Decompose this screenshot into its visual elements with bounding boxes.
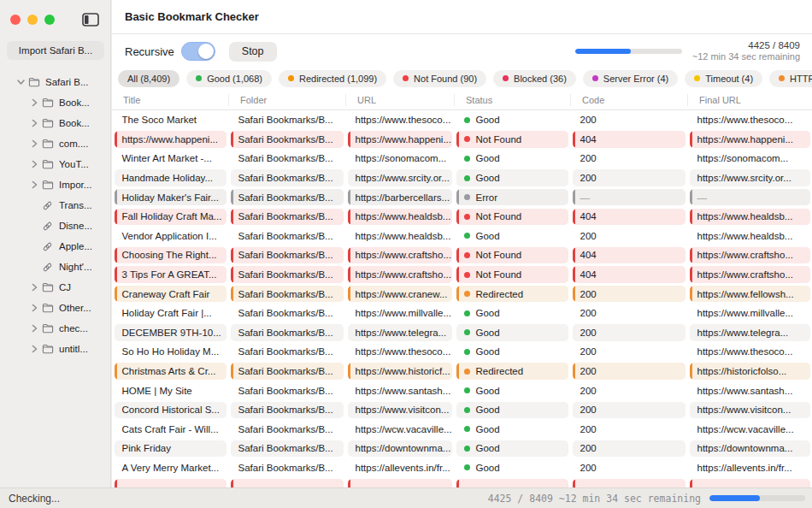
cell-title: A Very Merry Market...	[115, 459, 227, 476]
cell-status: Good	[456, 305, 568, 322]
sidebar-item-folder[interactable]: Safari B...	[0, 72, 110, 92]
table-row[interactable]: A Very Merry Market...Safari Bookmarks/B…	[112, 458, 812, 478]
sidebar-item-folder[interactable]: chec...	[0, 318, 110, 339]
chevron-icon[interactable]	[29, 303, 40, 314]
sidebar-item-link[interactable]: Apple...	[0, 236, 110, 257]
sidebar-item-label: untitl...	[59, 344, 88, 354]
table-row[interactable]: Choosing The Right...Safari Bookmarks/B.…	[112, 245, 812, 265]
cell-final-url: https://www.happeni...	[690, 131, 810, 147]
chevron-icon[interactable]	[29, 97, 40, 109]
filter-chip[interactable]: Not Found (90)	[393, 70, 486, 87]
sidebar-item-folder[interactable]: Other...	[0, 298, 110, 318]
status-dot-icon	[779, 75, 785, 81]
column-header-code[interactable]: Code	[570, 94, 687, 106]
table-row[interactable]: Winter Art Market -...Safari Bookmarks/B…	[112, 149, 812, 168]
status-label: Not Found	[476, 211, 522, 222]
filter-chip[interactable]: All (8,409)	[118, 70, 179, 87]
cell-folder: Safari Bookmarks/B...	[231, 266, 344, 282]
folder-icon	[42, 139, 55, 150]
sidebar-item-link[interactable]: Night'...	[0, 257, 110, 277]
filter-chip[interactable]: Timeout (4)	[685, 70, 762, 87]
toggle-sidebar-icon[interactable]	[81, 12, 100, 27]
cell-final-url: https://www.telegra...	[690, 324, 810, 340]
table-row[interactable]: Vendor Application I...Safari Bookmarks/…	[112, 227, 812, 246]
filter-chip-label: HTTP Only (1,469)	[790, 74, 812, 84]
cell-status: Good	[456, 402, 568, 418]
folder-icon	[42, 180, 55, 191]
chevron-icon[interactable]	[15, 77, 26, 88]
filter-chip-label: Blocked (36)	[514, 74, 567, 84]
sidebar-item-link[interactable]: Trans...	[0, 195, 110, 216]
status-label: Good	[476, 173, 500, 183]
filter-chip-label: Timeout (4)	[705, 74, 753, 84]
sidebar-item-folder[interactable]: CJ	[0, 277, 110, 298]
cell-url: https://www.historicf...	[348, 363, 452, 379]
status-dot-icon	[464, 214, 470, 220]
column-header-final-url[interactable]: Final URL	[687, 94, 812, 106]
cell-status: Not Found	[456, 209, 568, 225]
column-header-title[interactable]: Title	[112, 94, 228, 106]
column-header-folder[interactable]: Folder	[228, 94, 345, 106]
table-row[interactable]: Cats Craft Fair - Will...Safari Bookmark…	[112, 420, 812, 440]
table-row[interactable]: DECEMBER 9TH-10...Safari Bookmarks/B...h…	[112, 323, 812, 343]
chevron-icon[interactable]	[29, 344, 40, 355]
table-row[interactable]: So Ho Ho Holiday M...Safari Bookmarks/B.…	[112, 342, 812, 362]
table-row[interactable]: 3 Tips For A GREAT...Safari Bookmarks/B.…	[112, 265, 812, 285]
progress-fraction: 4425 / 8409	[692, 39, 800, 51]
filter-chip[interactable]: Server Error (4)	[583, 70, 678, 87]
cell-final-url: https://www.visitcon...	[690, 402, 810, 418]
sidebar-item-folder[interactable]: untitl...	[0, 339, 110, 359]
chevron-icon[interactable]	[29, 323, 40, 334]
table-row[interactable]: Concord Historical S...Safari Bookmarks/…	[112, 400, 812, 420]
sidebar-item-folder[interactable]: YouT...	[0, 154, 110, 174]
status-label: Good	[476, 328, 500, 338]
column-header-url[interactable]: URL	[345, 94, 454, 106]
table-row[interactable]: Pink FridaySafari Bookmarks/B...https://…	[112, 439, 812, 458]
table-row[interactable]: Holiday Craft Fair |...Safari Bookmarks/…	[112, 304, 812, 323]
chevron-icon[interactable]	[29, 180, 40, 191]
chevron-icon[interactable]	[29, 282, 40, 293]
zoom-window-button[interactable]	[44, 15, 55, 25]
table-body: The Soco MarketSafari Bookmarks/B...http…	[112, 110, 812, 493]
close-window-button[interactable]	[10, 15, 21, 25]
sidebar-item-label: Impor...	[59, 180, 91, 190]
sidebar-item-folder[interactable]: Book...	[0, 113, 110, 133]
column-header-status[interactable]: Status	[454, 94, 570, 106]
minimize-window-button[interactable]	[27, 15, 38, 25]
link-icon	[42, 262, 55, 273]
sidebar-item-folder[interactable]: Impor...	[0, 174, 110, 195]
table-row[interactable]: HOME | My SiteSafari Bookmarks/B...https…	[112, 381, 812, 400]
sidebar-item-link[interactable]: Disne...	[0, 216, 110, 236]
chevron-icon[interactable]	[29, 118, 40, 129]
chevron-icon[interactable]	[29, 139, 40, 150]
table-row[interactable]: Holiday Maker's Fair...Safari Bookmarks/…	[112, 187, 812, 207]
table-row[interactable]: Christmas Arts & Cr...Safari Bookmarks/B…	[112, 362, 812, 381]
status-label: Not Found	[476, 134, 522, 145]
chevron-spacer	[29, 262, 40, 273]
table-row[interactable]: https://www.happeni...Safari Bookmarks/B…	[112, 130, 812, 150]
window-title: Basic Bookmark Checker	[125, 10, 259, 23]
sidebar-item-folder[interactable]: Book...	[0, 92, 110, 113]
toolbar-progress-text: 4425 / 8409 ~12 min 34 sec remaining	[692, 39, 800, 63]
sidebar-item-folder[interactable]: com....	[0, 133, 110, 154]
chevron-icon[interactable]	[29, 159, 40, 170]
table-row[interactable]: Craneway Craft FairSafari Bookmarks/B...…	[112, 284, 812, 304]
filter-chip-label: All (8,409)	[127, 74, 170, 84]
cell-status: Good	[456, 227, 568, 244]
filter-chip[interactable]: HTTP Only (1,469)	[769, 70, 812, 87]
chevron-spacer	[29, 241, 40, 252]
filter-chip[interactable]: Good (1,068)	[186, 70, 272, 87]
table-row[interactable]: Handmade Holiday...Safari Bookmarks/B...…	[112, 168, 812, 188]
import-safari-bookmarks-button[interactable]: Import Safari B...	[7, 41, 104, 60]
filter-chip[interactable]: Blocked (36)	[493, 70, 576, 87]
stop-button[interactable]: Stop	[229, 42, 277, 62]
cell-code: 200	[573, 324, 685, 340]
cell-code: 200	[573, 112, 685, 128]
recursive-toggle[interactable]	[181, 42, 215, 61]
table-row[interactable]: Fall Holiday Craft Ma...Safari Bookmarks…	[112, 207, 812, 227]
status-label: Good	[476, 308, 500, 318]
filter-chip[interactable]: Redirected (1,099)	[279, 70, 386, 87]
status-dot-icon	[464, 175, 470, 181]
table-row[interactable]: The Soco MarketSafari Bookmarks/B...http…	[112, 110, 812, 130]
cell-code: 404	[573, 247, 685, 263]
